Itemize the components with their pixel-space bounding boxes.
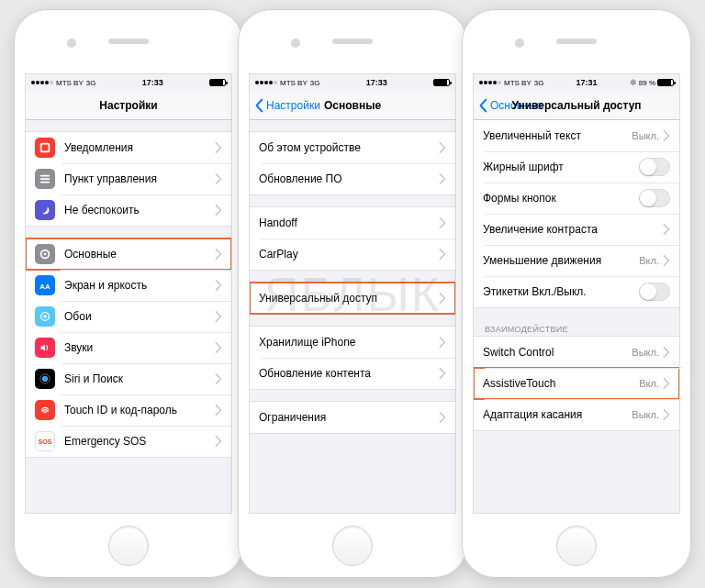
row-label: Touch ID и код-пароль bbox=[64, 404, 215, 416]
row-label: Не беспокоить bbox=[64, 204, 215, 216]
settings-row[interactable]: Адаптация касанияВыкл. bbox=[474, 399, 679, 430]
carrier: MTS BY bbox=[280, 79, 308, 87]
screen-3: MTS BY 3G 17:31 ✽ 89 % Основные Универса… bbox=[473, 73, 680, 514]
network: 3G bbox=[310, 79, 320, 87]
row-label: Switch Control bbox=[483, 346, 632, 359]
chevron-left-icon bbox=[477, 98, 488, 113]
settings-row[interactable]: Siri и Поиск bbox=[26, 363, 231, 394]
chevron-icon bbox=[439, 173, 446, 184]
time: 17:33 bbox=[95, 78, 209, 87]
status-bar: MTS BY 3G 17:33 bbox=[250, 74, 455, 91]
row-label: Обои bbox=[64, 310, 215, 323]
row-label: Пункт управления bbox=[64, 172, 215, 185]
row-label: Об этом устройстве bbox=[259, 141, 439, 154]
svg-rect-2 bbox=[40, 175, 50, 177]
navbar: Основные Универсальный доступ bbox=[474, 91, 679, 120]
chevron-icon bbox=[215, 173, 222, 184]
home-button[interactable] bbox=[108, 526, 149, 566]
svg-point-11 bbox=[42, 376, 48, 382]
settings-row[interactable]: SOSEmergency SOS bbox=[26, 426, 231, 457]
chevron-icon bbox=[215, 311, 222, 322]
back-button[interactable]: Настройки bbox=[250, 98, 320, 113]
chevron-icon bbox=[439, 293, 446, 304]
row-label: Экран и яркость bbox=[64, 279, 215, 292]
settings-row[interactable]: Увеличение контраста bbox=[474, 214, 679, 245]
settings-row[interactable]: Об этом устройстве bbox=[250, 132, 455, 163]
settings-row[interactable]: Уведомления bbox=[26, 132, 231, 163]
chevron-icon bbox=[439, 142, 446, 153]
chevron-icon bbox=[663, 255, 670, 266]
row-label: Emergency SOS bbox=[64, 435, 215, 448]
row-value: Вкл. bbox=[639, 255, 659, 266]
status-bar: MTS BY 3G 17:31 ✽ 89 % bbox=[474, 74, 679, 91]
network: 3G bbox=[534, 79, 544, 87]
settings-row[interactable]: Хранилище iPhone bbox=[250, 327, 455, 358]
dnd-icon bbox=[35, 200, 55, 220]
toggle[interactable] bbox=[639, 189, 670, 207]
chevron-icon bbox=[439, 368, 446, 379]
siri-icon bbox=[35, 369, 55, 389]
battery-icon bbox=[657, 79, 674, 86]
chevron-icon bbox=[439, 337, 446, 348]
screen-1: MTS BY 3G 17:33 Настройки УведомленияПун… bbox=[25, 73, 232, 514]
home-button[interactable] bbox=[556, 526, 597, 566]
toggle[interactable] bbox=[639, 283, 670, 301]
settings-row[interactable]: Не беспокоить bbox=[26, 194, 231, 226]
row-label: Звуки bbox=[64, 341, 215, 354]
row-value: Вкл. bbox=[639, 378, 659, 389]
touchid-icon bbox=[35, 400, 55, 420]
screen-2: MTS BY 3G 17:33 Настройки Основные Об эт… bbox=[249, 73, 456, 514]
svg-rect-3 bbox=[40, 178, 50, 180]
settings-row[interactable]: Handoff bbox=[250, 207, 455, 239]
row-label: Обновление ПО bbox=[259, 172, 439, 185]
settings-row[interactable]: Ограничения bbox=[250, 402, 455, 433]
notif-icon bbox=[35, 138, 55, 158]
wall-icon bbox=[35, 306, 55, 327]
time: 17:31 bbox=[543, 78, 629, 87]
settings-row[interactable]: Жирный шрифт bbox=[474, 151, 679, 183]
settings-row[interactable]: AssistiveTouchВкл. bbox=[474, 368, 679, 399]
display-icon: AA bbox=[35, 275, 55, 295]
chevron-icon bbox=[215, 280, 222, 291]
row-label: Обновление контента bbox=[259, 367, 439, 380]
settings-row[interactable]: Формы кнопок bbox=[474, 183, 679, 214]
phone-3: MTS BY 3G 17:31 ✽ 89 % Основные Универса… bbox=[462, 9, 691, 578]
svg-text:AA: AA bbox=[39, 283, 50, 291]
phone-2: MTS BY 3G 17:33 Настройки Основные Об эт… bbox=[238, 9, 467, 578]
settings-row[interactable]: Этикетки Вкл./Выкл. bbox=[474, 276, 679, 307]
settings-row[interactable]: CarPlay bbox=[250, 239, 455, 270]
settings-row[interactable]: Touch ID и код-пароль bbox=[26, 394, 231, 426]
settings-row[interactable]: AAЭкран и яркость bbox=[26, 270, 231, 301]
row-label: Универсальный доступ bbox=[259, 292, 439, 305]
settings-row[interactable]: Пункт управления bbox=[26, 163, 231, 194]
toggle[interactable] bbox=[639, 158, 670, 176]
chevron-icon bbox=[663, 409, 670, 420]
settings-row[interactable]: Основные bbox=[26, 239, 231, 270]
home-button[interactable] bbox=[332, 526, 373, 566]
row-label: Жирный шрифт bbox=[483, 161, 639, 173]
row-label: Уведомления bbox=[64, 141, 215, 154]
settings-row[interactable]: Увеличенный текстВыкл. bbox=[474, 120, 679, 151]
row-value: Выкл. bbox=[632, 347, 659, 358]
back-button[interactable]: Основные bbox=[474, 98, 543, 113]
row-label: Увеличенный текст bbox=[483, 129, 632, 142]
settings-row[interactable]: Обновление ПО bbox=[250, 163, 455, 194]
carrier: MTS BY bbox=[56, 79, 84, 87]
battery-icon bbox=[433, 79, 450, 86]
navbar: Настройки bbox=[26, 91, 231, 120]
settings-row[interactable]: Обои bbox=[26, 301, 231, 332]
row-label: Уменьшение движения bbox=[483, 254, 639, 267]
carrier: MTS BY bbox=[504, 79, 532, 87]
settings-row[interactable]: Универсальный доступ bbox=[250, 283, 455, 314]
settings-row[interactable]: Switch ControlВыкл. bbox=[474, 337, 679, 368]
settings-row[interactable]: Звуки bbox=[26, 332, 231, 363]
settings-row[interactable]: Обновление контента bbox=[250, 358, 455, 389]
chevron-icon bbox=[663, 347, 670, 358]
svg-text:SOS: SOS bbox=[39, 438, 51, 445]
chevron-icon bbox=[439, 249, 446, 260]
chevron-icon bbox=[663, 224, 670, 235]
phone-top bbox=[14, 9, 243, 73]
settings-row[interactable]: Уменьшение движенияВкл. bbox=[474, 245, 679, 276]
chevron-icon bbox=[215, 405, 222, 416]
chevron-icon bbox=[215, 142, 222, 153]
